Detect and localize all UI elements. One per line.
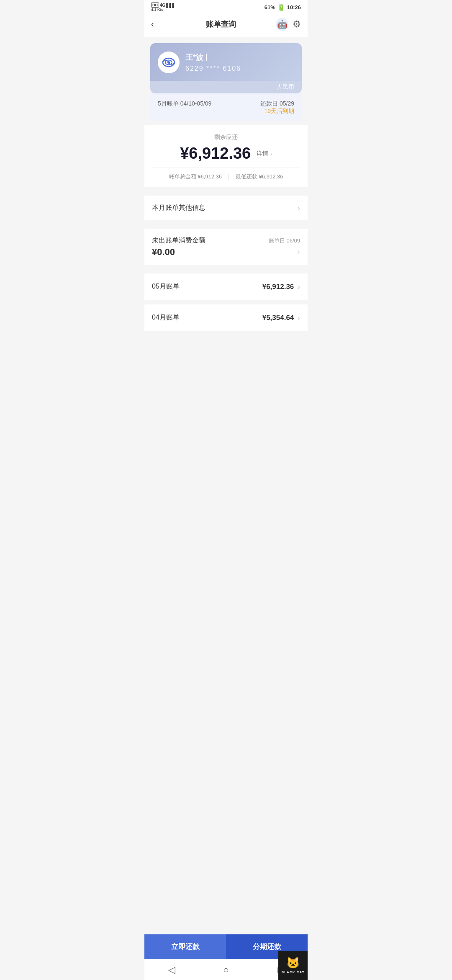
balance-sub-row: 账单总金额 ¥6,912.36 最低还款 ¥6,912.36 xyxy=(152,168,300,181)
divider-2 xyxy=(144,187,308,191)
inner-divider xyxy=(144,300,308,304)
back-button[interactable]: ‹ xyxy=(151,19,166,30)
clock: 10:26 xyxy=(287,4,301,10)
bill-chevron-1-icon: › xyxy=(297,313,300,322)
card-holder-name: 王*波 xyxy=(185,52,241,62)
unposted-top: 未出账单消费金额 账单日 06/09 xyxy=(152,229,300,245)
bill-period-right: 还款日 05/29 19天后到期 xyxy=(260,100,294,115)
unposted-date: 账单日 06/09 xyxy=(269,237,300,245)
unposted-bottom[interactable]: ¥0.00 › xyxy=(152,245,300,265)
status-right: 61% 🔋 10:26 xyxy=(265,3,301,11)
detail-button[interactable]: 详情 › xyxy=(257,150,272,157)
bill-month-1: 04月账单 xyxy=(152,313,180,322)
avatar-button[interactable]: 🤖 xyxy=(276,18,288,31)
currency-row: 人民币 xyxy=(150,81,302,93)
unposted-section: 未出账单消费金额 账单日 06/09 ¥0.00 › xyxy=(144,229,308,265)
bill-right-1: ¥5,354.64 › xyxy=(262,313,300,322)
bill-list: 05月账单 ¥6,912.36 › 04月账单 ¥5,354.64 › xyxy=(144,273,308,331)
bill-due-date: 还款日 05/29 xyxy=(260,100,294,108)
card-number: 6229 **** 6106 xyxy=(185,65,241,72)
unposted-chevron-icon: › xyxy=(297,247,300,256)
balance-row: ¥6,912.36 详情 › xyxy=(152,144,300,162)
other-info-row: 本月账单其他信息 › xyxy=(144,196,308,220)
chevron-right-icon: › xyxy=(270,150,272,157)
bill-amount-1: ¥5,354.64 xyxy=(262,314,294,322)
hd-indicator: HD xyxy=(151,3,159,8)
network-4g: 4G xyxy=(160,3,165,8)
total-label: 账单总金额 ¥6,912.36 xyxy=(169,173,222,181)
card-info: 王*波 6229 **** 6106 xyxy=(150,43,302,81)
page-title: 账单查询 xyxy=(166,19,276,29)
min-label: 最低还款 ¥6,912.36 xyxy=(236,173,283,181)
divider-4 xyxy=(144,265,308,269)
bottom-spacer xyxy=(144,331,308,381)
bill-month-0: 05月账单 xyxy=(152,282,180,291)
balance-label: 剩余应还 xyxy=(152,134,300,141)
settings-button[interactable]: ⚙ xyxy=(293,19,301,30)
bill-period-label: 5月账单 04/10-05/09 xyxy=(158,100,211,108)
other-info-chevron-icon: › xyxy=(297,203,300,213)
card-details: 王*波 6229 **** 6106 xyxy=(185,52,241,72)
battery-icon: 🔋 xyxy=(277,3,285,11)
unposted-amount: ¥0.00 xyxy=(152,247,175,258)
bank-logo-icon xyxy=(161,55,176,70)
cursor xyxy=(206,54,207,61)
other-info-label: 本月账单其他信息 xyxy=(152,204,205,212)
speed-indicator: 4.1 K/s xyxy=(151,8,175,12)
unposted-label: 未出账单消费金额 xyxy=(152,236,205,245)
balance-amount: ¥6,912.36 xyxy=(180,144,251,162)
detail-label: 详情 xyxy=(257,150,268,157)
balance-section: 剩余应还 ¥6,912.36 详情 › 账单总金额 ¥6,912.36 最低还款… xyxy=(144,125,308,187)
divider-1 xyxy=(144,121,308,125)
status-bar: HD 4G ▌▌▌ 4.1 K/s 61% 🔋 10:26 xyxy=(144,0,308,13)
card-logo xyxy=(158,52,180,73)
bill-list-item-1[interactable]: 04月账单 ¥5,354.64 › xyxy=(152,304,300,331)
divider-3 xyxy=(144,220,308,224)
bill-right-0: ¥6,912.36 › xyxy=(262,282,300,291)
other-info-right: › xyxy=(297,203,300,213)
card-section: 王*波 6229 **** 6106 人民币 xyxy=(150,43,302,93)
bill-list-item-0[interactable]: 05月账单 ¥6,912.36 › xyxy=(152,273,300,300)
bill-amount-0: ¥6,912.36 xyxy=(262,283,294,291)
sub-divider xyxy=(229,174,229,180)
bill-chevron-0-icon: › xyxy=(297,282,300,291)
bill-days-left: 19天后到期 xyxy=(260,108,294,115)
status-left: HD 4G ▌▌▌ 4.1 K/s xyxy=(151,3,175,12)
other-info-item[interactable]: 本月账单其他信息 › xyxy=(152,196,300,220)
nav-bar: ‹ 账单查询 🤖 ⚙ xyxy=(144,13,308,37)
signal-bars: ▌▌▌ xyxy=(166,3,175,8)
bill-period-row: 5月账单 04/10-05/09 还款日 05/29 19天后到期 xyxy=(150,93,302,121)
battery-level: 61% xyxy=(265,4,275,10)
nav-actions: 🤖 ⚙ xyxy=(276,18,301,31)
